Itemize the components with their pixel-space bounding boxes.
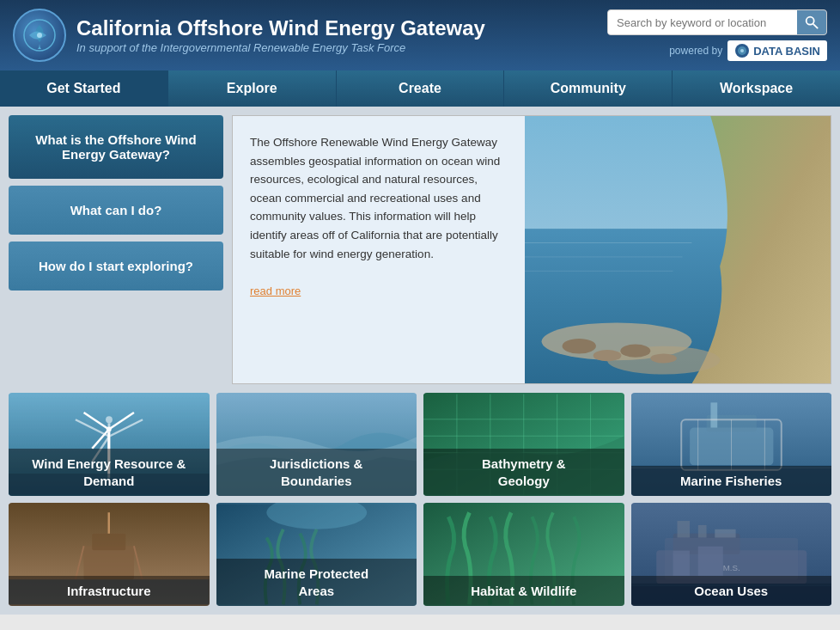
category-label-marine: Marine ProtectedAreas xyxy=(216,559,417,606)
svg-rect-39 xyxy=(710,403,717,428)
sidebar: What is the Offshore Wind Energy Gateway… xyxy=(9,115,223,384)
category-card-habitat[interactable]: Habitat & Wildlife xyxy=(423,503,624,606)
data-basin-label: DATA BASIN xyxy=(753,45,820,58)
category-card-ocean[interactable]: M.S. Ocean Uses xyxy=(631,503,832,606)
svg-point-11 xyxy=(563,339,596,353)
svg-rect-43 xyxy=(84,547,134,580)
svg-point-1 xyxy=(37,33,42,38)
category-grid: Wind Energy Resource & Demand Juris xyxy=(9,393,831,606)
hero-description: The Offshore Renewable Wind Energy Gatew… xyxy=(250,133,508,263)
hero-area: The Offshore Renewable Wind Energy Gatew… xyxy=(232,115,831,384)
category-label-ocean: Ocean Uses xyxy=(631,576,832,607)
nav-item-create[interactable]: Create xyxy=(337,70,505,107)
category-card-marine[interactable]: Marine ProtectedAreas xyxy=(216,503,417,606)
hero-text-panel: The Offshore Renewable Wind Energy Gatew… xyxy=(233,116,525,383)
site-subtitle: In support of the Intergovernmental Rene… xyxy=(76,41,485,54)
category-label-wind: Wind Energy Resource & Demand xyxy=(9,449,210,496)
svg-rect-54 xyxy=(673,534,740,554)
category-label-juris: Jurisdictions &Boundaries xyxy=(216,449,417,496)
svg-point-2 xyxy=(807,17,814,25)
svg-rect-56 xyxy=(697,525,706,538)
category-card-infra[interactable]: Infrastructure xyxy=(9,503,210,606)
svg-rect-37 xyxy=(690,428,773,466)
header-left: California Offshore Wind Energy Gateway … xyxy=(13,9,485,62)
site-title: California Offshore Wind Energy Gateway xyxy=(76,16,485,41)
read-more-link[interactable]: read more xyxy=(250,284,301,297)
category-card-bathymetry[interactable]: Bathymetry &Geology xyxy=(423,393,624,496)
category-label-habitat: Habitat & Wildlife xyxy=(423,576,624,607)
svg-rect-38 xyxy=(706,415,756,431)
category-label-infra: Infrastructure xyxy=(9,576,210,607)
nav-item-explore[interactable]: Explore xyxy=(168,70,337,107)
content-area: What is the Offshore Wind Energy Gateway… xyxy=(9,115,831,384)
svg-point-13 xyxy=(620,345,650,358)
sidebar-btn-how-start[interactable]: How do I start exploring? xyxy=(9,242,223,291)
svg-text:M.S.: M.S. xyxy=(722,564,740,573)
svg-rect-46 xyxy=(92,534,125,550)
nav-item-workspace[interactable]: Workspace xyxy=(673,70,840,107)
svg-point-14 xyxy=(650,353,677,363)
site-title-block: California Offshore Wind Energy Gateway … xyxy=(76,16,485,54)
svg-rect-55 xyxy=(677,522,690,538)
search-input[interactable] xyxy=(608,12,797,34)
category-label-fisheries: Marine Fisheries xyxy=(631,466,832,497)
sidebar-btn-what-can[interactable]: What can I do? xyxy=(9,186,223,235)
site-header: California Offshore Wind Energy Gateway … xyxy=(0,0,840,70)
main-nav: Get Started Explore Create Community Wor… xyxy=(0,70,840,107)
category-card-juris[interactable]: Jurisdictions &Boundaries xyxy=(216,393,417,496)
hero-image xyxy=(525,116,831,383)
site-logo xyxy=(13,9,66,62)
powered-by-label: powered by xyxy=(669,45,722,57)
svg-line-22 xyxy=(109,413,134,429)
nav-item-community[interactable]: Community xyxy=(504,70,673,107)
nav-item-get-started[interactable]: Get Started xyxy=(0,70,168,107)
category-card-wind[interactable]: Wind Energy Resource & Demand xyxy=(9,393,210,496)
svg-line-23 xyxy=(92,430,108,449)
svg-line-21 xyxy=(84,413,109,429)
search-button[interactable] xyxy=(797,10,826,34)
data-basin-logo: DATA BASIN xyxy=(727,40,827,61)
svg-rect-57 xyxy=(715,529,735,538)
category-card-fisheries[interactable]: Marine Fisheries xyxy=(631,393,832,496)
header-right: powered by DATA BASIN xyxy=(607,9,827,61)
svg-point-20 xyxy=(107,427,112,432)
svg-point-12 xyxy=(593,350,622,361)
svg-line-3 xyxy=(813,24,818,28)
powered-by: powered by DATA BASIN xyxy=(607,40,827,61)
sidebar-btn-what-is[interactable]: What is the Offshore Wind Energy Gateway… xyxy=(9,115,223,179)
category-label-bathymetry: Bathymetry &Geology xyxy=(423,449,624,496)
svg-point-6 xyxy=(740,49,744,52)
search-bar[interactable] xyxy=(607,9,827,35)
main-content: What is the Offshore Wind Energy Gateway… xyxy=(0,107,840,615)
